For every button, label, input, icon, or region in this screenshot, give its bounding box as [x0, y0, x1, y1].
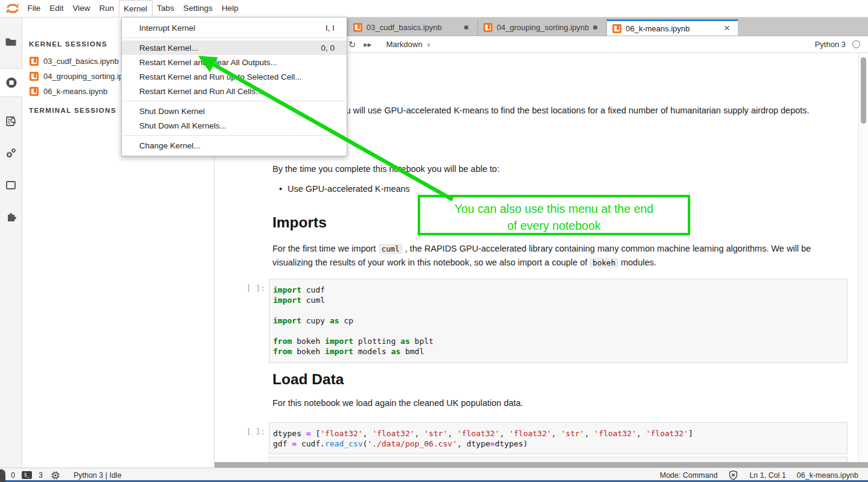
menu-item-interrupt-kernel[interactable]: Interrupt Kernel I, I: [122, 21, 347, 35]
menu-item-label: Restart Kernel and Run up to Selected Ce…: [139, 72, 301, 81]
annotation-text: of every notebook: [420, 217, 688, 234]
tab-label: 03_cudf_basics.ipynb: [366, 23, 442, 32]
sidebar-item-running[interactable]: [0, 68, 22, 97]
kernels-count[interactable]: 3: [39, 471, 43, 480]
intro-paragraph: In this notebook you will use GPU-accele…: [272, 104, 850, 117]
kernel-menu-dropdown: Interrupt Kernel I, I Restart Kernel... …: [121, 17, 347, 156]
menu-file[interactable]: File: [23, 0, 45, 17]
cell-input-prompt: [ ]:: [233, 427, 265, 436]
bullet-dot: •: [279, 184, 282, 194]
terminal-sessions-header: TERMINAL SESSIONS: [29, 107, 116, 114]
imports-heading: Imports: [272, 214, 327, 231]
menu-separator: [122, 101, 346, 101]
terminal-icon: $_: [22, 471, 32, 479]
annotation-text: You can also use this menu at the end: [420, 200, 688, 217]
text-run: For the first time we import: [272, 244, 379, 253]
stop-circle-icon: [5, 76, 18, 89]
sidebar-item-extensions[interactable]: [0, 202, 22, 231]
menu-item-shut-down-kernel[interactable]: Shut Down Kernel: [122, 104, 347, 118]
menu-item-label: Restart Kernel...: [139, 43, 198, 52]
sidebar-item-settings[interactable]: [0, 139, 22, 168]
sidebar-item-inspector[interactable]: [0, 107, 22, 136]
notebook-scrollbar[interactable]: [858, 53, 868, 462]
tab-label: 06_k-means.ipynb: [626, 24, 690, 33]
menu-item-restart-clear-outputs[interactable]: Restart Kernel and Clear All Outputs...: [122, 55, 347, 69]
session-label: 06_k-means.ipynb: [43, 87, 107, 96]
run-all-icon[interactable]: ▶▶: [364, 42, 372, 48]
text-run: modules.: [618, 258, 656, 267]
unsaved-dot-icon: [464, 25, 468, 30]
imports-paragraph: For the first time we import cuml , the …: [272, 242, 850, 270]
tab-04-grouping-sorting[interactable]: 04_grouping_sorting.ipynb: [477, 19, 606, 36]
notebook-file-icon: [612, 24, 621, 33]
menu-tabs[interactable]: Tabs: [153, 0, 179, 17]
document-search-icon: [4, 115, 17, 128]
menu-item-shortcut: I, I: [326, 24, 335, 33]
menu-item-shortcut: 0, 0: [321, 43, 335, 52]
menu-item-shut-down-all[interactable]: Shut Down All Kernels...: [122, 118, 347, 133]
sidebar-item-files[interactable]: [0, 27, 22, 56]
menu-separator: [122, 135, 346, 136]
kernel-name[interactable]: Python 3: [815, 40, 846, 49]
kernel-sessions-header: KERNEL SESSIONS: [29, 40, 107, 48]
kernel-status-icon[interactable]: [852, 40, 860, 48]
cell-type-dropdown[interactable]: Markdown: [386, 40, 423, 49]
kernel-chip-icon: [51, 471, 60, 480]
menu-item-label: Change Kernel...: [139, 141, 200, 150]
objective-item: Use GPU-accelerated K-means: [288, 184, 410, 194]
square-outline-icon: [4, 179, 17, 192]
menu-item-label: Interrupt Kernel: [139, 24, 195, 33]
scrollbar-thumb[interactable]: [861, 57, 866, 124]
code-cell-partial[interactable]: [269, 457, 848, 462]
session-label: 03_cudf_basics.ipynb: [43, 57, 119, 66]
menu-edit[interactable]: Edit: [45, 0, 68, 17]
load-data-heading: Load Data: [272, 371, 344, 388]
cursor-position[interactable]: Ln 1, Col 1: [749, 471, 785, 480]
menu-item-label: Shut Down All Kernels...: [139, 121, 227, 130]
code-cell-imports[interactable]: import cudfimport cuml import cupy as cp…: [269, 279, 848, 363]
menu-item-restart-run-to-selected[interactable]: Restart Kernel and Run up to Selected Ce…: [122, 69, 347, 84]
menu-kernel[interactable]: Kernel: [119, 0, 153, 17]
menu-item-restart-run-all[interactable]: Restart Kernel and Run All Cells...: [122, 84, 347, 98]
menu-item-change-kernel[interactable]: Change Kernel...: [122, 138, 347, 153]
trust-shield-icon[interactable]: [728, 470, 738, 480]
cell-input-prompt: [ ]:: [233, 284, 265, 293]
horizontal-scroll-strip[interactable]: [215, 462, 868, 468]
activity-bar: [0, 17, 22, 468]
gears-icon: [4, 147, 17, 160]
tab-03-cudf-basics[interactable]: 03_cudf_basics.ipynb: [347, 19, 477, 36]
background-window-corner: [0, 469, 5, 482]
puzzle-icon: [4, 210, 17, 223]
chevron-down-icon: ∨: [427, 42, 431, 48]
code-cell-load-data[interactable]: dtypes = ['float32', 'float32', 'str', '…: [269, 422, 848, 454]
unsaved-dot-icon: [593, 25, 597, 30]
notebook-file-icon: [30, 72, 39, 81]
close-icon[interactable]: ×: [724, 24, 730, 33]
terminals-count[interactable]: 0: [11, 471, 15, 480]
menu-item-label: Shut Down Kernel: [139, 107, 205, 116]
annotation-callout-box: You can also use this menu at the end of…: [418, 195, 690, 235]
restart-kernel-icon[interactable]: ↻: [348, 39, 356, 50]
menu-view[interactable]: View: [68, 0, 95, 17]
objectives-lead: By the time you complete this notebook y…: [272, 162, 850, 176]
menu-item-restart-kernel[interactable]: Restart Kernel... 0, 0: [122, 40, 347, 55]
menubar: File Edit View Run Kernel Tabs Settings …: [0, 0, 868, 17]
jupyter-logo-icon: [5, 1, 20, 16]
kernel-status-label[interactable]: Python 3 | Idle: [74, 471, 122, 480]
tab-label: 04_grouping_sorting.ipynb: [497, 23, 589, 32]
menu-help[interactable]: Help: [217, 0, 243, 17]
menu-settings[interactable]: Settings: [178, 0, 217, 17]
tab-06-k-means[interactable]: 06_k-means.ipynb ×: [606, 19, 738, 36]
notebook-file-icon: [30, 87, 39, 96]
sidebar-item-open-tabs[interactable]: [0, 171, 22, 200]
menu-item-label: Restart Kernel and Clear All Outputs...: [139, 58, 277, 67]
notebook-file-icon: [483, 23, 492, 32]
menu-item-label: Restart Kernel and Run All Cells...: [139, 87, 262, 96]
notebook-file-icon: [353, 23, 362, 32]
inline-code-cuml: cuml: [379, 244, 403, 254]
inline-code-bokeh: bokeh: [590, 258, 618, 268]
folder-icon: [4, 35, 17, 48]
mode-indicator[interactable]: Mode: Command: [660, 471, 718, 480]
active-filename: 06_k-means.ipynb: [797, 471, 858, 480]
menu-run[interactable]: Run: [95, 0, 119, 17]
